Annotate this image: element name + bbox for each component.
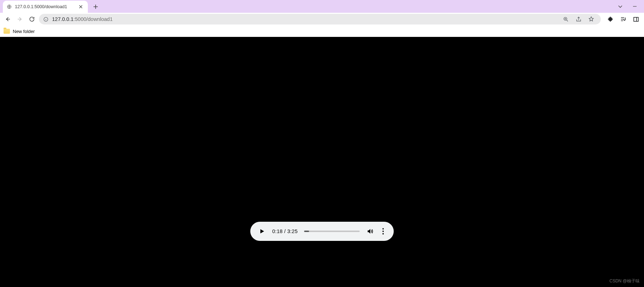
svg-point-4 <box>383 228 384 230</box>
back-button[interactable] <box>3 14 13 24</box>
globe-icon <box>6 4 12 10</box>
extensions-icon[interactable] <box>606 15 614 23</box>
seek-slider[interactable] <box>304 231 360 232</box>
play-button[interactable] <box>258 227 266 235</box>
page-content: 0:18 / 3:25 <box>0 37 644 287</box>
bookmark-folder[interactable]: New folder <box>4 29 35 34</box>
close-tab-button[interactable] <box>78 4 84 10</box>
volume-button[interactable] <box>366 227 374 235</box>
omnibox-actions <box>558 15 597 23</box>
toolbar: 127.0.0.1:5000/download1 <box>0 13 644 26</box>
reload-button[interactable] <box>27 14 37 24</box>
more-options-button[interactable] <box>380 227 386 235</box>
svg-rect-3 <box>634 17 638 21</box>
side-panel-icon[interactable] <box>632 15 640 23</box>
new-tab-button[interactable] <box>91 2 101 12</box>
media-player: 0:18 / 3:25 <box>250 222 394 241</box>
toolbar-right <box>603 15 641 23</box>
site-info-icon[interactable] <box>43 17 49 22</box>
minimize-button[interactable] <box>633 4 637 9</box>
bookmark-star-icon[interactable] <box>587 15 595 23</box>
browser-tab[interactable]: 127.0.0.1:5000/download1 <box>3 1 88 13</box>
reading-list-icon[interactable] <box>619 15 627 23</box>
tab-strip: 127.0.0.1:5000/download1 <box>0 0 644 13</box>
svg-point-6 <box>383 233 384 234</box>
forward-button[interactable] <box>15 14 25 24</box>
svg-point-5 <box>383 231 384 232</box>
folder-icon <box>4 29 10 34</box>
address-bar[interactable]: 127.0.0.1:5000/download1 <box>39 14 601 24</box>
tab-search-button[interactable] <box>618 4 623 9</box>
bookmarks-bar: New folder <box>0 26 644 37</box>
share-icon[interactable] <box>575 15 582 23</box>
seek-progress <box>304 231 309 232</box>
time-display: 0:18 / 3:25 <box>272 228 298 234</box>
url-text: 127.0.0.1:5000/download1 <box>52 16 113 22</box>
window-controls <box>618 0 641 13</box>
bookmark-label: New folder <box>13 29 35 34</box>
zoom-icon[interactable] <box>562 15 570 23</box>
tab-title: 127.0.0.1:5000/download1 <box>15 4 75 9</box>
